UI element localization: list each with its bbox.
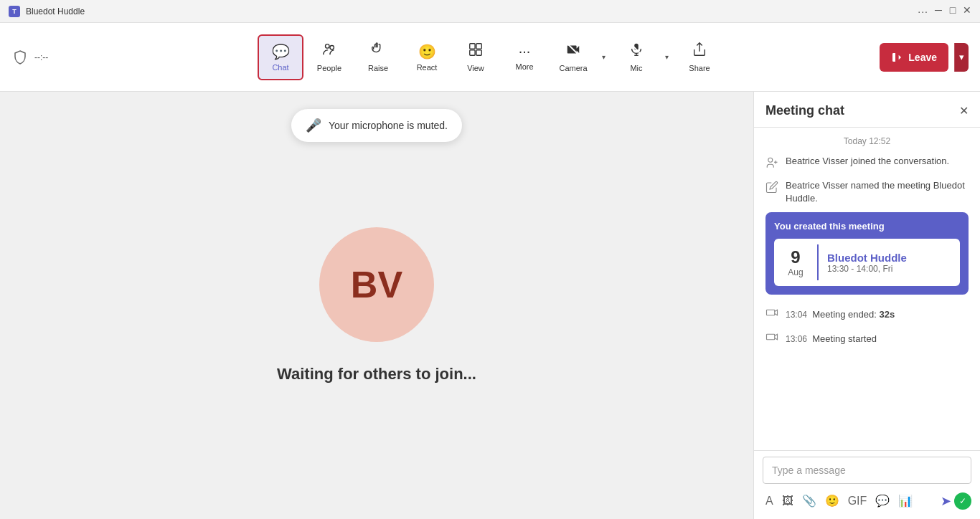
meeting-card-header: You created this meeting: [774, 221, 960, 232]
window-dots[interactable]: ···: [918, 6, 928, 17]
share-button[interactable]: Share: [677, 34, 722, 80]
raise-button[interactable]: Raise: [355, 34, 401, 80]
titlebar: T Bluedot Huddle ··· ─ □ ✕: [0, 0, 980, 23]
mic-muted-toast: 🎤 Your microphone is muted.: [291, 109, 462, 142]
people-button[interactable]: People: [306, 34, 352, 80]
camera-dropdown[interactable]: ▾: [596, 34, 611, 80]
meeting-card[interactable]: You created this meeting 9 Aug Bluedot H…: [765, 212, 969, 295]
activity-ended: 13:04 Meeting ended: 32s: [765, 302, 969, 326]
camera-label: Camera: [559, 64, 587, 72]
mic-muted-text: Your microphone is muted.: [329, 120, 448, 131]
mic-label: Mic: [630, 64, 642, 72]
chat-event-joined: Beatrice Visser joined the conversation.: [765, 155, 969, 172]
chat-messages: Today 12:52 Beatrice Visser joined the c…: [754, 128, 980, 450]
chat-title: Meeting chat: [765, 103, 844, 118]
toolbar: --:-- 💬 Chat People: [0, 23, 980, 92]
minimize-button[interactable]: ─: [934, 6, 943, 14]
meeting-card-body: 9 Aug Bluedot Huddle 13:30 - 14:00, Fri: [774, 239, 960, 286]
meeting-card-info: Bluedot Huddle 13:30 - 14:00, Fri: [819, 239, 915, 286]
avatar-container: BV Waiting for others to join...: [277, 227, 476, 384]
svg-rect-4: [470, 50, 475, 55]
chat-button[interactable]: 💬 Chat: [258, 34, 303, 80]
react-icon: 🙂: [418, 43, 436, 60]
mic-group: Mic ▾: [613, 34, 674, 80]
chat-panel: Meeting chat ✕ Today 12:52 Beatrice Viss…: [753, 92, 980, 519]
chat-header: Meeting chat ✕: [754, 92, 980, 128]
view-label: View: [467, 64, 484, 72]
format-button[interactable]: A: [763, 492, 776, 510]
named-text: Beatrice Visser named the meeting Bluedo…: [786, 179, 969, 205]
video-end-icon: [765, 306, 780, 322]
svg-rect-14: [767, 310, 775, 316]
camera-button[interactable]: Camera: [550, 34, 596, 80]
svg-rect-3: [476, 44, 481, 49]
chat-event-named: Beatrice Visser named the meeting Bluedo…: [765, 179, 969, 205]
toolbar-right: Leave ▾: [880, 43, 969, 72]
more-icon: ···: [519, 43, 531, 59]
image-button[interactable]: 🖼: [779, 492, 796, 510]
meeting-day: 9: [791, 247, 800, 267]
react-label: React: [417, 63, 438, 72]
activity-started-text: 13:06 Meeting started: [786, 333, 877, 344]
svg-point-11: [768, 158, 773, 162]
app-logo: T: [9, 6, 20, 17]
leave-label: Leave: [908, 52, 937, 63]
mic-dropdown[interactable]: ▾: [659, 34, 674, 80]
more-button[interactable]: ··· More: [501, 34, 547, 80]
svg-point-0: [326, 44, 330, 49]
meeting-time: 13:30 - 14:00, Fri: [827, 264, 907, 274]
mic-icon: [628, 42, 644, 61]
video-start-icon: [765, 330, 780, 346]
toolbar-center: 💬 Chat People Raise: [258, 34, 722, 80]
chat-close-button[interactable]: ✕: [959, 104, 969, 118]
more-label: More: [515, 62, 533, 71]
activity-started: 13:06 Meeting started: [765, 326, 969, 351]
view-button[interactable]: View: [453, 34, 499, 80]
mic-button[interactable]: Mic: [613, 34, 659, 80]
share-icon: [692, 42, 707, 61]
chat-timestamp: Today 12:52: [765, 136, 969, 146]
window-controls: ··· ─ □ ✕: [918, 6, 971, 17]
meeting-name: Bluedot Huddle: [827, 252, 907, 264]
chat-icon: 💬: [272, 43, 290, 60]
pencil-icon: [765, 181, 780, 196]
shield-icon: [11, 49, 29, 66]
raise-label: Raise: [368, 64, 388, 72]
activity-ended-text: 13:04 Meeting ended: 32s: [786, 309, 895, 320]
meeting-card-date: 9 Aug: [774, 239, 817, 286]
close-button[interactable]: ✕: [963, 6, 971, 14]
camera-icon: [565, 42, 581, 61]
main-content: 🎤 Your microphone is muted. BV Waiting f…: [0, 92, 980, 519]
mic-muted-icon: 🎤: [306, 118, 321, 133]
avatar-initials: BV: [351, 263, 402, 306]
svg-rect-2: [470, 44, 475, 49]
maximize-button[interactable]: □: [948, 6, 957, 14]
chart-button[interactable]: 📊: [895, 491, 915, 510]
view-icon: [468, 42, 484, 61]
attach-button[interactable]: 📎: [799, 491, 819, 510]
gif-button[interactable]: GIF: [845, 492, 870, 510]
svg-rect-5: [476, 50, 481, 55]
sticker-button[interactable]: 💬: [872, 491, 892, 510]
share-label: Share: [689, 64, 710, 72]
time-display: --:--: [34, 52, 48, 62]
camera-group: Camera ▾: [550, 34, 611, 80]
titlebar-left: T Bluedot Huddle: [9, 6, 85, 17]
leave-button[interactable]: Leave: [880, 43, 948, 72]
toolbar-left: --:--: [11, 49, 48, 66]
app-title: Bluedot Huddle: [26, 6, 85, 16]
video-area: 🎤 Your microphone is muted. BV Waiting f…: [0, 92, 753, 519]
emoji-button[interactable]: 🙂: [822, 491, 842, 510]
chat-input[interactable]: [763, 457, 971, 484]
react-button[interactable]: 🙂 React: [404, 34, 450, 80]
leave-dropdown[interactable]: ▾: [954, 43, 969, 72]
waiting-text: Waiting for others to join...: [277, 365, 476, 384]
send-button[interactable]: ➤: [941, 493, 951, 509]
chat-label: Chat: [272, 63, 288, 72]
avatar: BV: [319, 227, 434, 342]
green-indicator: ✓: [954, 492, 971, 510]
chat-toolbar: A 🖼 📎 🙂 GIF 💬 📊 ➤ ✓: [763, 488, 971, 513]
svg-rect-15: [767, 335, 775, 341]
person-join-icon: [765, 156, 780, 172]
joined-text: Beatrice Visser joined the conversation.: [786, 155, 949, 168]
